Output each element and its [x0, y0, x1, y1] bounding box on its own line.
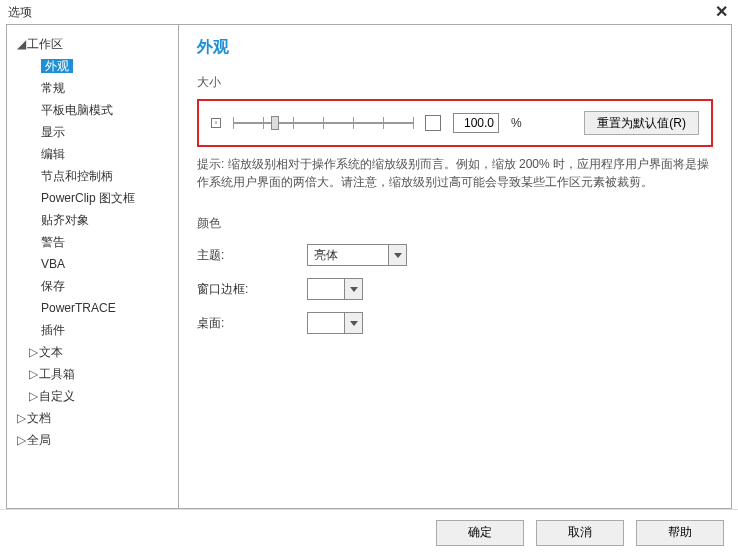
color-section-label: 颜色	[197, 215, 713, 232]
tree-item-appearance[interactable]: 外观	[11, 55, 174, 77]
border-label: 窗口边框:	[197, 281, 307, 298]
tree-item-document[interactable]: ▷文档	[11, 407, 174, 429]
slider-tick	[323, 117, 324, 129]
tree-item-customize[interactable]: ▷自定义	[11, 385, 174, 407]
tree-item-workspace[interactable]: ◢工作区	[11, 33, 174, 55]
caret-down-icon: ◢	[17, 35, 27, 53]
slider-tick	[263, 117, 264, 129]
main-panel: 外观 大小 ▫ % 重置为默认值(R) 提示: 缩放级别相对于操作系统的缩放级别…	[179, 25, 731, 508]
hint-text: 提示: 缩放级别相对于操作系统的缩放级别而言。例如，缩放 200% 时，应用程序…	[197, 155, 713, 191]
tree-item-display[interactable]: 显示	[11, 121, 174, 143]
tree-item-save[interactable]: 保存	[11, 275, 174, 297]
scale-small-icon: ▫	[211, 118, 221, 128]
tree-item-general[interactable]: 常规	[11, 77, 174, 99]
scale-large-icon	[425, 115, 441, 131]
sidebar-tree: ◢工作区 外观 常规 平板电脑模式 显示 编辑 节点和控制柄 PowerClip…	[7, 25, 179, 508]
reset-default-button[interactable]: 重置为默认值(R)	[584, 111, 699, 135]
chevron-down-icon	[344, 279, 362, 299]
tree-item-snap[interactable]: 贴齐对象	[11, 209, 174, 231]
slider-tick	[233, 117, 234, 129]
theme-value: 亮体	[308, 247, 388, 264]
border-row: 窗口边框:	[197, 278, 713, 300]
caret-right-icon: ▷	[29, 387, 39, 405]
tree-item-powerclip[interactable]: PowerClip 图文框	[11, 187, 174, 209]
slider-tick	[293, 117, 294, 129]
tree-item-warning[interactable]: 警告	[11, 231, 174, 253]
desktop-row: 桌面:	[197, 312, 713, 334]
content-area: ◢工作区 外观 常规 平板电脑模式 显示 编辑 节点和控制柄 PowerClip…	[6, 24, 732, 509]
title-bar: 选项 ✕	[0, 0, 738, 24]
tree-item-nodes[interactable]: 节点和控制柄	[11, 165, 174, 187]
theme-label: 主题:	[197, 247, 307, 264]
scale-input[interactable]	[453, 113, 499, 133]
size-highlight-box: ▫ % 重置为默认值(R)	[197, 99, 713, 147]
tree-item-text[interactable]: ▷文本	[11, 341, 174, 363]
close-icon[interactable]: ✕	[715, 4, 728, 20]
theme-row: 主题: 亮体	[197, 244, 713, 266]
caret-right-icon: ▷	[17, 431, 27, 449]
page-title: 外观	[197, 37, 713, 58]
help-button[interactable]: 帮助	[636, 520, 724, 546]
caret-right-icon: ▷	[29, 365, 39, 383]
tree-item-edit[interactable]: 编辑	[11, 143, 174, 165]
border-select[interactable]	[307, 278, 363, 300]
ok-button[interactable]: 确定	[436, 520, 524, 546]
caret-right-icon: ▷	[29, 343, 39, 361]
tree-item-vba[interactable]: VBA	[11, 253, 174, 275]
window-title: 选项	[8, 4, 32, 21]
percent-label: %	[511, 116, 522, 130]
slider-tick	[413, 117, 414, 129]
tree-item-tablet[interactable]: 平板电脑模式	[11, 99, 174, 121]
chevron-down-icon	[388, 245, 406, 265]
slider-tick	[383, 117, 384, 129]
tree-item-powertrace[interactable]: PowerTRACE	[11, 297, 174, 319]
tree-item-global[interactable]: ▷全局	[11, 429, 174, 451]
cancel-button[interactable]: 取消	[536, 520, 624, 546]
scale-slider[interactable]	[233, 113, 413, 133]
desktop-label: 桌面:	[197, 315, 307, 332]
tree-item-plugin[interactable]: 插件	[11, 319, 174, 341]
size-section-label: 大小	[197, 74, 713, 91]
chevron-down-icon	[344, 313, 362, 333]
theme-select[interactable]: 亮体	[307, 244, 407, 266]
slider-thumb[interactable]	[271, 116, 279, 130]
tree-item-toolbox[interactable]: ▷工具箱	[11, 363, 174, 385]
dialog-footer: 确定 取消 帮助	[0, 509, 738, 555]
desktop-select[interactable]	[307, 312, 363, 334]
caret-right-icon: ▷	[17, 409, 27, 427]
slider-tick	[353, 117, 354, 129]
